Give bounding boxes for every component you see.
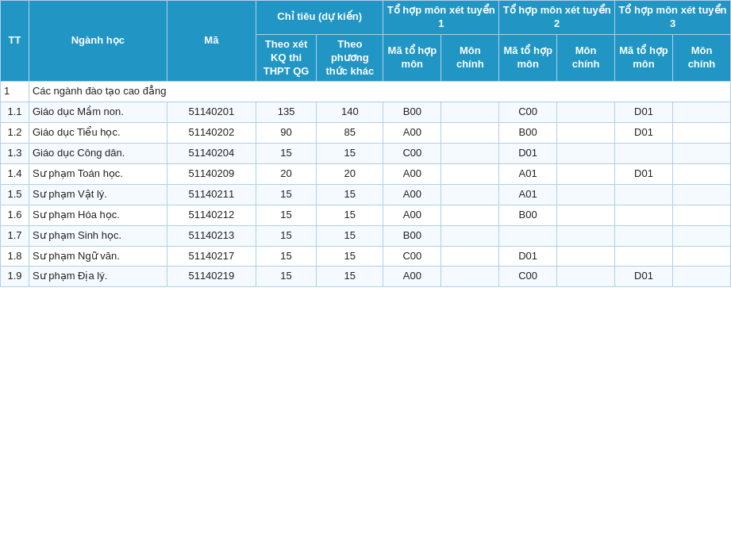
col-theophuongthuc-header: Theo phương thức khác	[317, 34, 383, 82]
cell-tt: 1.7	[1, 225, 29, 246]
cell-mon1	[441, 144, 499, 164]
cell-theo1: 15	[256, 246, 316, 267]
cell-tt: 1.4	[1, 164, 29, 185]
cell-theo2: 15	[317, 144, 383, 164]
cell-nganhhoc: Giáo dục Tiểu học.	[29, 123, 167, 144]
cell-tt: 1.1	[1, 102, 29, 123]
cell-mahop3: D01	[615, 102, 673, 123]
cell-ma: 51140202	[167, 123, 256, 144]
cell-mahop3: D01	[615, 267, 673, 287]
cell-theo2: 15	[317, 184, 383, 205]
cell-mon2	[557, 184, 615, 205]
cell-mahop1: A00	[383, 123, 441, 144]
cell-mahop3: D01	[615, 164, 673, 185]
table-row: 1.5Sư phạm Vật lý.511402111515A00A01	[1, 184, 731, 205]
cell-mahop2: D01	[499, 144, 557, 164]
cell-theo2: 15	[317, 225, 383, 246]
table-row: 1.4Sư phạm Toán học.511402092020A00A01D0…	[1, 164, 731, 185]
cell-mon3	[672, 184, 730, 205]
cell-mahop2: D01	[499, 246, 557, 267]
cell-mahop1: A00	[383, 164, 441, 185]
cell-theo2: 15	[317, 267, 383, 287]
section-tt: 1	[1, 82, 29, 102]
col-tohop1-header: Tổ hợp môn xét tuyển 1	[383, 1, 499, 35]
cell-mon2	[557, 164, 615, 185]
cell-mon3	[672, 102, 730, 123]
col-mahopmon3-header: Mã tổ hợp môn	[615, 34, 673, 82]
cell-mon1	[441, 246, 499, 267]
cell-mahop1: A00	[383, 205, 441, 225]
cell-mahop3	[615, 144, 673, 164]
cell-tt: 1.9	[1, 267, 29, 287]
cell-mon3	[672, 123, 730, 144]
cell-mahop1: A00	[383, 184, 441, 205]
cell-ma: 51140209	[167, 164, 256, 185]
cell-nganhhoc: Sư phạm Ngữ văn.	[29, 246, 167, 267]
col-mahopmon2-header: Mã tổ hợp môn	[499, 34, 557, 82]
col-monchinh1-header: Môn chính	[441, 34, 499, 82]
col-tt-header: TT	[1, 1, 29, 82]
cell-mahop1: A00	[383, 267, 441, 287]
header-row-1: TT Ngành học Mã Chỉ tiêu (dự kiến) Tổ hợ…	[1, 1, 731, 35]
cell-mon2	[557, 205, 615, 225]
table-row: 1.6Sư phạm Hóa học.511402121515A00B00	[1, 205, 731, 225]
section-label: Các ngành đào tạo cao đẳng	[29, 82, 730, 102]
cell-theo1: 15	[256, 205, 316, 225]
table-row: 1.7Sư phạm Sinh học.511402131515B00	[1, 225, 731, 246]
cell-theo2: 15	[317, 205, 383, 225]
cell-mon1	[441, 267, 499, 287]
cell-theo1: 15	[256, 184, 316, 205]
cell-mon3	[672, 267, 730, 287]
table-header: TT Ngành học Mã Chỉ tiêu (dự kiến) Tổ hợ…	[1, 1, 731, 82]
cell-ma: 51140217	[167, 246, 256, 267]
cell-tt: 1.2	[1, 123, 29, 144]
cell-theo2: 140	[317, 102, 383, 123]
cell-nganhhoc: Sư phạm Địa lý.	[29, 267, 167, 287]
table-body: 1 Các ngành đào tạo cao đẳng 1.1Giáo dục…	[1, 82, 731, 287]
cell-ma: 51140201	[167, 102, 256, 123]
cell-mahop2: A01	[499, 184, 557, 205]
col-monchinh3-header: Môn chính	[672, 34, 730, 82]
cell-mon1	[441, 205, 499, 225]
cell-nganhhoc: Sư phạm Sinh học.	[29, 225, 167, 246]
cell-mon3	[672, 225, 730, 246]
cell-mon1	[441, 225, 499, 246]
cell-mahop2	[499, 225, 557, 246]
cell-mon3	[672, 164, 730, 185]
cell-mahop3	[615, 184, 673, 205]
cell-ma: 51140213	[167, 225, 256, 246]
cell-mahop1: B00	[383, 225, 441, 246]
cell-mon1	[441, 102, 499, 123]
cell-ma: 51140212	[167, 205, 256, 225]
cell-theo2: 15	[317, 246, 383, 267]
col-mahopmon1-header: Mã tổ hợp môn	[383, 34, 441, 82]
table-row: 1.3Giáo dục Công dân.511402041515C00D01	[1, 144, 731, 164]
admissions-table: TT Ngành học Mã Chỉ tiêu (dự kiến) Tổ hợ…	[0, 0, 731, 287]
cell-mon2	[557, 246, 615, 267]
col-tohop3-header: Tổ hợp môn xét tuyển 3	[615, 1, 731, 35]
cell-mon3	[672, 144, 730, 164]
cell-mahop3	[615, 205, 673, 225]
cell-nganhhoc: Sư phạm Vật lý.	[29, 184, 167, 205]
cell-mahop2: B00	[499, 205, 557, 225]
cell-nganhhoc: Giáo dục Công dân.	[29, 144, 167, 164]
cell-theo1: 90	[256, 123, 316, 144]
cell-ma: 51140219	[167, 267, 256, 287]
main-table-wrapper: TT Ngành học Mã Chỉ tiêu (dự kiến) Tổ hợ…	[0, 0, 731, 287]
cell-mahop1: B00	[383, 102, 441, 123]
cell-theo1: 15	[256, 225, 316, 246]
cell-mon1	[441, 164, 499, 185]
cell-tt: 1.5	[1, 184, 29, 205]
table-row: 1.2Giáo dục Tiểu học.511402029085A00B00D…	[1, 123, 731, 144]
cell-theo1: 20	[256, 164, 316, 185]
cell-mon2	[557, 225, 615, 246]
cell-theo1: 135	[256, 102, 316, 123]
cell-mon1	[441, 123, 499, 144]
cell-mon3	[672, 205, 730, 225]
cell-mahop2: C00	[499, 267, 557, 287]
table-row: 1.9Sư phạm Địa lý.511402191515A00C00D01	[1, 267, 731, 287]
table-row: 1.8Sư phạm Ngữ văn.511402171515C00D01	[1, 246, 731, 267]
col-theoxetkq-header: Theo xét KQ thi THPT QG	[256, 34, 316, 82]
cell-ma: 51140211	[167, 184, 256, 205]
cell-tt: 1.3	[1, 144, 29, 164]
